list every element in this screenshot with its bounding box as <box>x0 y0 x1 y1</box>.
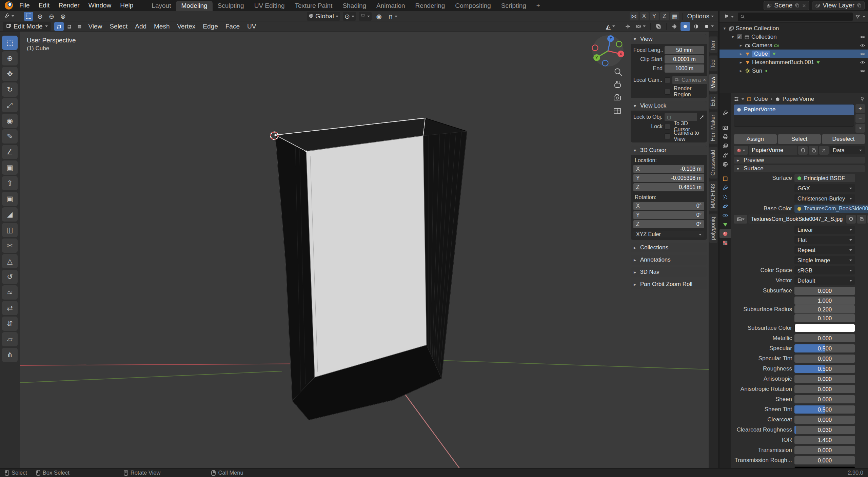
outliner-row-camera[interactable]: ▸Camera <box>719 41 868 50</box>
tool-cursor[interactable]: ⊕ <box>2 51 18 65</box>
assign-button[interactable]: Assign <box>734 134 777 144</box>
viewport-menu-select[interactable]: Select <box>106 23 131 30</box>
funnel-icon[interactable] <box>855 14 860 19</box>
copy-icon[interactable] <box>857 3 862 8</box>
unlink-material-icon[interactable] <box>819 146 829 155</box>
value-slider[interactable]: 0.200 <box>794 305 855 313</box>
viewport-menu-view[interactable]: View <box>85 23 106 30</box>
cursor-rotation-field[interactable]: Y0° <box>633 211 704 219</box>
tool-spin[interactable]: ↺ <box>2 270 18 284</box>
correct-face-attributes-icon[interactable]: ▦ <box>670 12 679 20</box>
tool-annotate[interactable]: ✎ <box>2 129 18 144</box>
local-camera-field[interactable]: Camera× <box>672 76 707 84</box>
pin-icon[interactable] <box>860 96 865 102</box>
tool-measure[interactable]: ∠ <box>2 145 18 159</box>
image-fake-user-shield-icon[interactable] <box>846 215 856 224</box>
scene-selector[interactable]: Scene <box>764 1 809 10</box>
sliders-icon[interactable] <box>734 96 739 102</box>
shading-material-button[interactable] <box>691 22 701 31</box>
tool-inset-faces[interactable]: ▣ <box>2 192 18 206</box>
show-overlays-dropdown[interactable] <box>634 22 647 31</box>
properties-tab-object-data[interactable] <box>719 220 731 229</box>
eye-icon[interactable] <box>860 43 865 48</box>
np-view-row-value[interactable]: 0.0001 m <box>665 55 704 63</box>
object-type-visibility-dropdown[interactable]: ◭ <box>604 22 617 31</box>
view-panel-header[interactable]: ▾View <box>631 34 707 44</box>
deselect-button[interactable]: Deselect <box>822 134 865 144</box>
dropdown-christensen-burley[interactable]: Christensen-Burley <box>794 194 855 203</box>
eye-icon[interactable] <box>860 51 865 57</box>
mirror-y-button[interactable]: Y <box>650 12 659 20</box>
expander-icon[interactable]: ▾ <box>722 26 727 31</box>
dropdown-single-image[interactable]: Single Image <box>794 256 855 264</box>
vertex-select-button[interactable] <box>54 22 64 31</box>
tool-rip-region[interactable]: ⋔ <box>2 348 18 362</box>
copy-image-icon[interactable] <box>857 215 866 224</box>
sidebar-tab-item[interactable]: Item <box>709 36 717 53</box>
value-slider[interactable]: 0.000 <box>794 395 855 403</box>
menu-window[interactable]: Window <box>84 2 116 9</box>
properties-tab-material[interactable] <box>719 229 731 238</box>
dropdown-default[interactable]: Default <box>794 276 855 285</box>
mirror-z-button[interactable]: Z <box>660 12 669 20</box>
copy-icon[interactable] <box>795 3 800 8</box>
expander-icon[interactable]: ▸ <box>738 68 743 73</box>
viewport-3d[interactable]: Z X Y <box>20 32 718 468</box>
value-slider[interactable]: 0.000 <box>794 287 855 295</box>
eye-icon[interactable] <box>860 68 865 74</box>
properties-tab-object[interactable] <box>719 174 731 183</box>
value-slider[interactable]: 0.000 <box>794 385 855 393</box>
face-select-button[interactable] <box>75 22 84 31</box>
surface-panel-header[interactable]: ▾Surface <box>734 165 865 172</box>
workspace-tab-shading[interactable]: Shading <box>337 1 371 11</box>
editor-type-outliner[interactable] <box>722 13 735 21</box>
tool-poly-build[interactable]: △ <box>2 254 18 268</box>
proportional-editing-toggle[interactable]: ◉ <box>374 12 384 21</box>
slot-specials-button[interactable] <box>855 124 865 133</box>
show-gizmo-toggle[interactable] <box>623 22 633 31</box>
outliner-search-input[interactable] <box>738 13 853 21</box>
remove-slot-button[interactable]: − <box>855 114 865 123</box>
workspace-tab-compositing[interactable]: Compositing <box>450 1 496 11</box>
browse-material-button[interactable] <box>734 146 748 155</box>
preview-panel-header[interactable]: ▸Preview <box>734 157 865 164</box>
workspace-tab-layout[interactable]: Layout <box>146 1 176 11</box>
fake-user-shield-icon[interactable] <box>798 146 808 155</box>
zoom-view-icon[interactable] <box>615 69 622 76</box>
view-lock-panel-header[interactable]: ▾View Lock <box>631 101 707 111</box>
eye-icon[interactable] <box>860 60 865 65</box>
eye-icon[interactable] <box>860 34 865 40</box>
pin-icon[interactable] <box>860 96 865 102</box>
node-link-button[interactable]: TexturesCom_BookSide0047_... <box>794 205 868 213</box>
expander-icon[interactable]: ▸ <box>738 60 743 65</box>
properties-tab-constraints[interactable] <box>719 211 731 220</box>
value-slider[interactable]: 0.000 <box>794 456 855 464</box>
expander-icon[interactable]: ▸ <box>738 51 743 56</box>
panel-header-annotations[interactable]: ▸Annotations <box>631 255 707 265</box>
copy-icon[interactable] <box>811 148 816 153</box>
properties-tab-texture[interactable] <box>719 238 731 247</box>
blender-logo-icon[interactable] <box>5 1 13 9</box>
editor-type-properties[interactable] <box>734 96 739 102</box>
panel-header-3d-nav[interactable]: ▸3D Nav <box>631 267 707 277</box>
shading-rendered-button[interactable] <box>702 22 715 31</box>
pivot-point-dropdown[interactable]: ⊙ <box>343 12 356 21</box>
perspective-toggle-icon[interactable] <box>614 109 620 113</box>
add-slot-button[interactable]: + <box>855 104 865 113</box>
tool-rotate[interactable]: ↻ <box>2 82 18 97</box>
workspace-tab-texture-paint[interactable]: Texture Paint <box>290 1 337 11</box>
outliner-row-hexenhammerbuch-001[interactable]: ▸HexenhammerBuch.001 <box>719 58 868 66</box>
properties-tab-output[interactable] <box>719 132 731 141</box>
sidebar-tab-view[interactable]: View <box>709 74 717 91</box>
properties-tab-tool[interactable] <box>719 108 731 117</box>
cursor-location-field[interactable]: Z0.4851 m <box>633 183 704 191</box>
workspace-tab-animation[interactable]: Animation <box>371 1 410 11</box>
tool-select-box[interactable]: ⬚ <box>2 36 18 50</box>
select-button[interactable]: Select <box>778 134 821 144</box>
copy-material-icon[interactable] <box>809 146 818 155</box>
book-mesh-object[interactable] <box>274 118 467 420</box>
add-workspace-button[interactable]: + <box>531 1 545 11</box>
render-region-checkbox[interactable] <box>665 89 670 95</box>
properties-tab-world[interactable] <box>719 159 731 169</box>
np-view-row-value[interactable]: 1000 m <box>665 64 704 73</box>
